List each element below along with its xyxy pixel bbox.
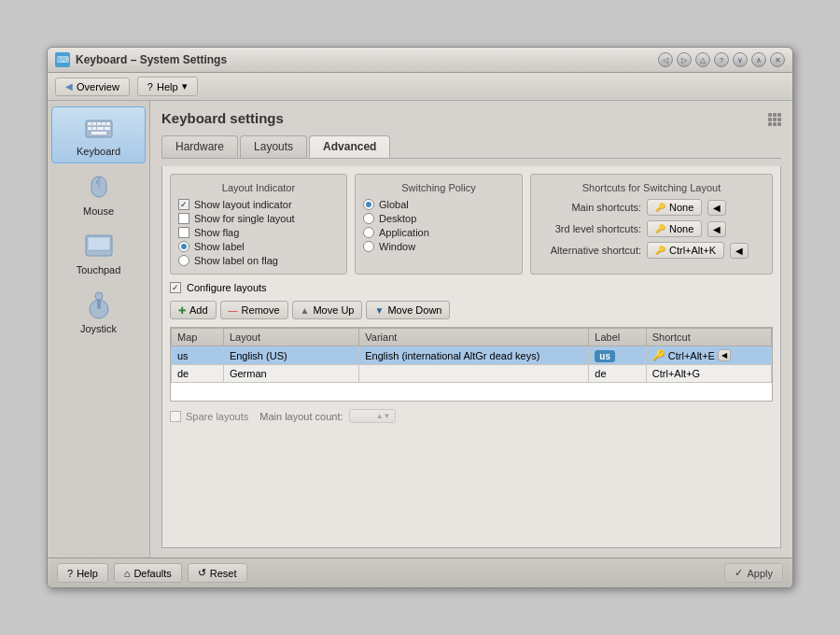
show-layout-indicator-item[interactable]: Show layout indicator [178,199,339,210]
table-row[interactable]: de German de Ctrl+Alt+G [172,365,772,383]
show-for-single-layout-checkbox[interactable] [178,213,189,224]
main-layout-count-row: Main layout count: ▲▼ [259,409,395,423]
alternative-shortcut-row: Alternative shortcut: 🔑 Ctrl+Alt+K ◀ [539,242,764,259]
application-option[interactable]: Application [363,227,514,238]
forward-btn[interactable]: ▷ [677,52,692,67]
content-area: Keyboard settings Hardware Layouts Advan… [150,101,792,557]
move-up-icon: ▲ [301,305,310,316]
keyboard-icon [84,113,114,143]
desktop-radio[interactable] [363,213,374,224]
global-option[interactable]: Global [363,199,514,210]
add-button[interactable]: ✚ Add [170,301,217,319]
spare-layouts-label: Spare layouts [186,411,248,422]
desktop-option[interactable]: Desktop [363,213,514,224]
help-footer-label: Help [77,568,98,579]
svg-rect-8 [97,127,104,130]
shortcuts-panel: Shortcuts for Switching Layout Main shor… [530,174,773,275]
alternative-button[interactable]: 🔑 Ctrl+Alt+K [647,242,724,259]
key-icon-3: 🔑 [655,246,665,255]
window-radio[interactable] [363,241,374,252]
sidebar-item-mouse[interactable]: Mouse [51,167,146,222]
add-icon: ✚ [178,305,186,316]
bottom-options: Spare layouts Main layout count: ▲▼ [170,409,773,423]
window-controls: ◁ ▷ △ ? ∨ ∧ ✕ [658,52,785,67]
row2-map: de [172,365,224,383]
row2-variant [359,365,589,383]
sidebar-item-touchpad[interactable]: Touchpad [51,226,146,281]
row1-shortcut-value: Ctrl+Alt+E [668,350,715,361]
third-level-clear[interactable]: ◀ [707,221,726,237]
layout-table: Map Layout Variant Label Shortcut us Eng… [171,328,772,383]
show-label-on-flag-radio[interactable] [178,255,189,266]
back-btn[interactable]: ◁ [658,52,673,67]
remove-button[interactable]: — Remove [220,301,288,319]
desktop-label: Desktop [379,213,416,224]
maximize-btn[interactable]: ∧ [751,52,766,67]
main-shortcuts-button[interactable]: 🔑 None [647,199,702,216]
show-layout-indicator-label: Show layout indicator [194,199,292,210]
svg-rect-3 [97,122,101,125]
defaults-icon: ⌂ [124,568,131,579]
main-shortcuts-label: Main shortcuts: [539,202,641,213]
configure-layouts-checkbox[interactable] [170,282,181,293]
row1-shortcut: 🔑 Ctrl+Alt+E ◀ [646,346,771,365]
tab-layouts[interactable]: Layouts [240,135,307,158]
move-up-button[interactable]: ▲ Move Up [292,301,363,319]
row2-label: de [589,365,647,383]
main-shortcuts-clear[interactable]: ◀ [707,200,726,216]
tab-advanced[interactable]: Advanced [309,135,390,158]
main-content: Keyboard Mouse [48,101,792,557]
third-level-row: 3rd level shortcuts: 🔑 None ◀ [539,220,764,237]
show-label-on-flag-item[interactable]: Show label on flag [178,255,339,266]
sidebar: Keyboard Mouse [48,101,150,557]
reset-label: Reset [210,568,237,579]
show-flag-item[interactable]: Show flag [178,227,339,238]
svg-rect-4 [102,122,105,125]
joystick-icon [84,290,114,320]
tab-hardware[interactable]: Hardware [161,135,238,158]
keyboard-label: Keyboard [77,146,120,157]
sidebar-item-joystick[interactable]: Joystick [51,285,146,340]
show-for-single-layout-label: Show for single layout [194,213,295,224]
window-option[interactable]: Window [363,241,514,252]
move-down-label: Move Down [387,304,441,316]
configure-layouts-row: Configure layouts [170,282,773,293]
apply-label: Apply [747,568,773,579]
third-level-button[interactable]: 🔑 None [647,220,702,237]
svg-rect-2 [92,122,96,125]
alternative-clear[interactable]: ◀ [730,243,749,259]
global-radio[interactable] [363,199,374,210]
col-shortcut: Shortcut [646,329,771,346]
show-label-on-flag-label: Show label on flag [194,255,278,266]
apply-button[interactable]: ✓ Apply [724,563,783,583]
footer: ? Help ⌂ Defaults ↺ Reset ✓ Apply [48,557,792,587]
reset-icon: ↺ [198,567,206,579]
close-btn[interactable]: ✕ [770,52,785,67]
show-label-radio[interactable] [178,241,189,252]
application-radio[interactable] [363,227,374,238]
minimize-btn[interactable]: ∨ [733,52,748,67]
move-down-button[interactable]: ▼ Move Down [366,301,450,319]
row1-shortcut-clear[interactable]: ◀ [718,349,731,361]
col-map: Map [172,329,224,346]
home-btn[interactable]: △ [695,52,710,67]
svg-rect-13 [96,180,98,184]
toolbar: ◀ Overview ? Help ▾ [48,73,792,101]
help-dropdown-icon: ▾ [182,80,188,92]
row2-label-value: de [595,368,606,379]
table-row[interactable]: us English (US) English (international A… [172,346,772,365]
show-flag-checkbox[interactable] [178,227,189,238]
show-layout-indicator-checkbox[interactable] [178,199,189,210]
show-label-item[interactable]: Show label [178,241,339,252]
defaults-button[interactable]: ⌂ Defaults [114,563,182,583]
layout-count-spinner[interactable]: ▲▼ [349,409,396,423]
sidebar-item-keyboard[interactable]: Keyboard [51,106,146,163]
help-title-btn[interactable]: ? [714,52,729,67]
help-button[interactable]: ? Help ▾ [137,77,198,96]
help-footer-button[interactable]: ? Help [57,563,108,583]
show-for-single-layout-item[interactable]: Show for single layout [178,213,339,224]
app-icon: ⌨ [55,52,70,67]
overview-button[interactable]: ◀ Overview [55,78,130,96]
reset-button[interactable]: ↺ Reset [188,563,247,583]
application-label: Application [379,227,429,238]
